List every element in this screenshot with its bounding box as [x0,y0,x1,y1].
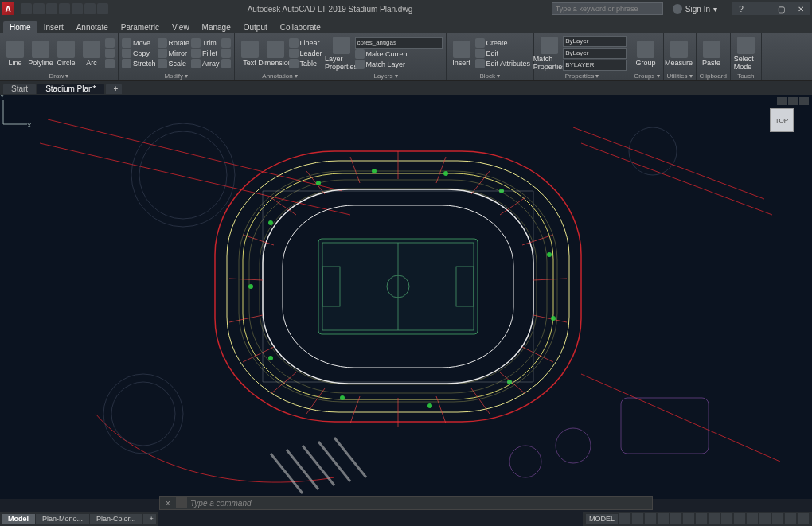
insert-button[interactable]: Insert [450,41,474,67]
transparency-toggle-icon[interactable] [709,513,720,524]
snap-toggle-icon[interactable] [632,513,643,524]
doc-tab-stadium[interactable]: Stadium Plan* [37,84,103,94]
select-mode-button[interactable]: Select Mode [734,37,758,71]
panel-groups-label[interactable]: Groups ▾ [634,72,659,80]
linetype-select[interactable]: BYLAYER [563,60,627,71]
trim-button[interactable]: Trim [191,38,220,48]
tab-insert[interactable]: Insert [37,21,70,33]
arc-button[interactable]: Arc [80,41,103,67]
new-doc-tab-button[interactable]: + [106,84,122,94]
circle-button[interactable]: Circle [54,41,78,67]
doc-tab-start[interactable]: Start [3,84,36,94]
panel-utilities-label[interactable]: Utilities ▾ [667,72,693,80]
explode-icon[interactable] [221,38,231,48]
qat-plot-icon[interactable] [72,3,83,14]
ortho-toggle-icon[interactable] [645,513,656,524]
mirror-button[interactable]: Mirror [158,49,190,58]
cmd-close-icon[interactable]: × [163,499,173,508]
window-close-button[interactable]: ✕ [791,2,810,15]
help-search-input[interactable]: Type a keyword or phrase [552,2,663,15]
ellipse-icon[interactable] [105,59,115,68]
view-cube-face[interactable]: TOP [770,108,794,132]
window-minimize-button[interactable]: — [751,2,771,15]
polar-toggle-icon[interactable] [658,513,669,524]
current-layer-select[interactable]: cotes_antigas [355,37,443,49]
clean-screen-icon[interactable] [785,513,796,524]
fillet-button[interactable]: Fillet [191,49,220,58]
layer-properties-button[interactable]: Layer Properties [330,37,353,71]
match-properties-button[interactable]: Match Properties [537,37,561,71]
paste-button[interactable]: Paste [700,41,724,67]
lineweight-toggle-icon[interactable] [696,513,707,524]
group-button[interactable]: Group [634,41,658,67]
offset-icon[interactable] [221,49,231,58]
measure-button[interactable]: Measure [667,41,691,67]
qat-save-icon[interactable] [46,3,57,14]
stretch-button[interactable]: Stretch [122,59,156,68]
panel-modify-label[interactable]: Modify ▾ [122,72,231,80]
annotation-scale-icon[interactable] [721,513,732,524]
view-cube[interactable]: TOP [763,102,801,140]
panel-layers-label[interactable]: Layers ▾ [330,72,443,80]
otrack-toggle-icon[interactable] [683,513,694,524]
qat-open-icon[interactable] [33,3,45,14]
linear-button[interactable]: Linear [289,38,322,48]
model-tab[interactable]: Model [2,514,35,524]
scale-button[interactable]: Scale [158,59,190,68]
dimension-button[interactable]: Dimension [264,41,287,67]
svg-point-50 [427,403,432,408]
sign-in-button[interactable]: Sign In ▾ [673,4,717,14]
tab-annotate[interactable]: Annotate [70,21,115,33]
model-space-button[interactable]: MODEL [586,514,618,524]
qat-undo-icon[interactable] [84,3,96,14]
edit-block-button[interactable]: Edit [475,49,531,58]
layout-tab-color[interactable]: Plan-Color... [90,514,142,524]
window-help-button[interactable]: ? [732,2,751,15]
panel-block-label[interactable]: Block ▾ [450,72,531,80]
tab-view[interactable]: View [166,21,196,33]
color-select[interactable]: ByLayer [563,36,627,47]
qat-new-icon[interactable] [21,3,32,14]
edit-attributes-button[interactable]: Edit Attributes [475,59,531,68]
lineweight-select[interactable]: ByLayer [563,48,627,59]
match-layer-button[interactable]: Match Layer [355,60,443,69]
add-layout-button[interactable]: + [143,514,156,524]
tab-manage[interactable]: Manage [196,21,237,33]
make-current-button[interactable]: Make Current [355,49,443,59]
window-maximize-button[interactable]: ▢ [771,2,791,15]
copy-button[interactable]: Copy [122,49,156,58]
osnap-toggle-icon[interactable] [670,513,681,524]
isolate-objects-icon[interactable] [759,513,771,524]
rectangle-icon[interactable] [105,38,115,48]
workspace-icon[interactable] [734,513,745,524]
command-line[interactable]: × Type a command [159,496,653,510]
qat-saveas-icon[interactable] [59,3,70,14]
grid-toggle-icon[interactable] [619,513,630,524]
leader-button[interactable]: Leader [289,49,322,58]
tab-parametric[interactable]: Parametric [115,21,166,33]
erase-icon[interactable] [221,59,231,68]
hatch-icon[interactable] [105,49,115,58]
annotation-monitor-icon[interactable] [747,513,758,524]
tab-output[interactable]: Output [237,21,274,33]
customization-icon[interactable] [798,513,809,524]
create-block-button[interactable]: Create [475,38,531,48]
rotate-button[interactable]: Rotate [158,38,190,48]
app-logo[interactable]: A [2,2,14,15]
hardware-accel-icon[interactable] [772,513,783,524]
sign-in-label: Sign In [685,5,710,14]
tab-home[interactable]: Home [3,21,37,33]
tab-collaborate[interactable]: Collaborate [274,21,327,33]
move-button[interactable]: Move [122,38,156,48]
layout-tab-mono[interactable]: Plan-Mono... [36,514,89,524]
line-button[interactable]: Line [3,41,27,67]
qat-redo-icon[interactable] [97,3,108,14]
table-button[interactable]: Table [289,59,322,68]
drawing-canvas[interactable]: TOP Y X [0,95,812,499]
panel-draw-label[interactable]: Draw ▾ [3,72,115,80]
array-button[interactable]: Array [191,59,220,68]
panel-properties-label[interactable]: Properties ▾ [537,72,627,80]
cmd-input[interactable]: Type a command [190,499,252,508]
polyline-button[interactable]: Polyline [29,41,53,67]
panel-annotation-label[interactable]: Annotation ▾ [238,72,322,80]
